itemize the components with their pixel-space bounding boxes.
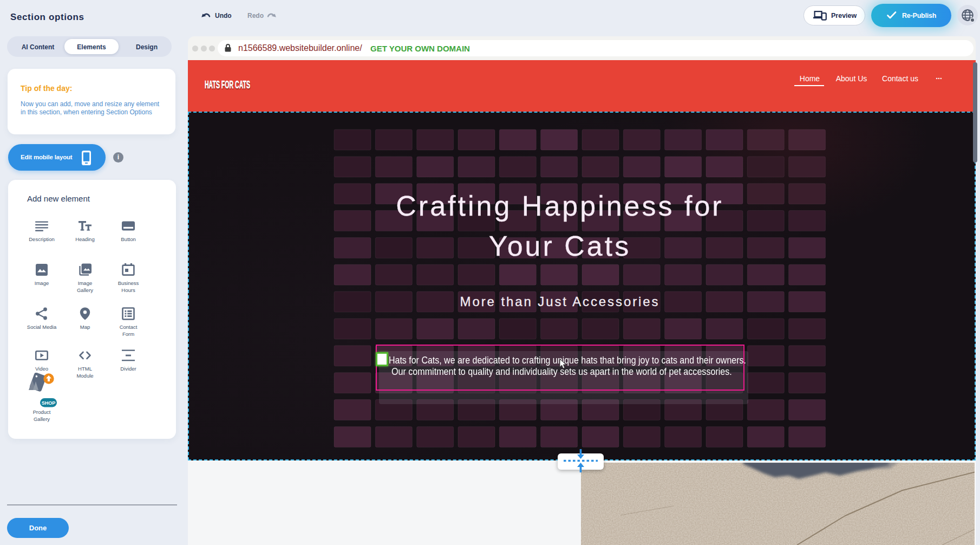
- svg-text:SHOP: SHOP: [42, 400, 56, 406]
- svg-text:HATS FOR CATS: HATS FOR CATS: [205, 79, 250, 90]
